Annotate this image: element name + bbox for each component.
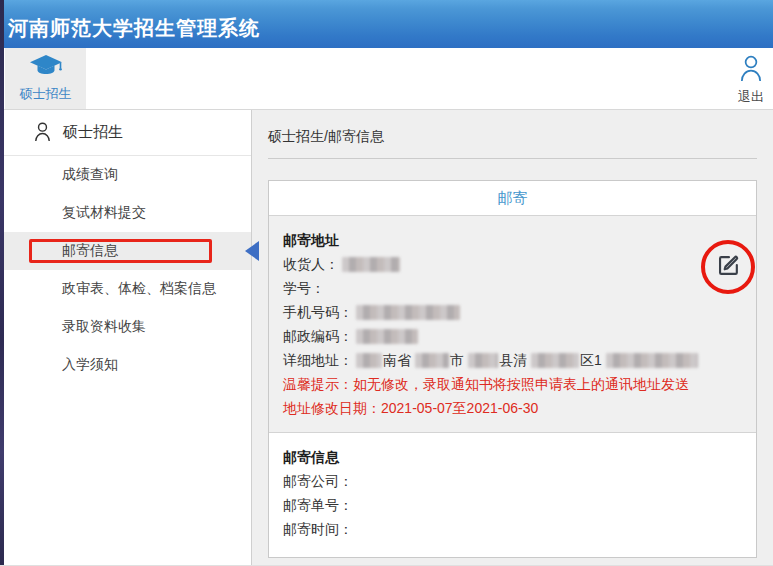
field-consignee: 收货人：	[283, 252, 742, 276]
field-label: 收货人：	[283, 256, 339, 272]
address-fragment: 区1	[580, 352, 602, 368]
field-label: 邮寄时间：	[283, 521, 353, 537]
module-tab-label: 硕士招生	[20, 85, 72, 103]
sidebar-header-label: 硕士招生	[63, 123, 123, 142]
redacted-value	[342, 257, 400, 272]
field-student-id: 学号：	[283, 276, 742, 300]
mailing-address-section: 邮寄地址 收货人： 学号： 手机号码： 邮政编码： 详细地址：南省市县清区1	[269, 216, 756, 433]
module-tab-bar: 硕士招生 退出	[0, 48, 773, 110]
sidebar-item-label: 复试材料提交	[62, 204, 146, 222]
redacted-value	[531, 353, 579, 368]
person-icon	[33, 121, 52, 145]
mailing-card: 邮寄 邮寄地址 收货人： 学号： 手机号码： 邮政编码：	[268, 180, 757, 558]
address-fragment: 市	[450, 352, 464, 368]
redacted-value	[468, 353, 498, 368]
graduation-cap-icon	[28, 54, 64, 82]
field-postcode: 邮政编码：	[283, 324, 742, 348]
annotation-circle	[701, 240, 755, 294]
field-label: 邮寄公司：	[283, 473, 353, 489]
field-label: 详细地址：	[283, 352, 353, 368]
sidebar-item-admission-data-collection[interactable]: 录取资料收集	[0, 308, 251, 346]
app-window: 河南师范大学招生管理系统 硕士招生 退出	[0, 0, 773, 566]
module-tab-masters-admission[interactable]: 硕士招生	[5, 48, 86, 109]
annotation-rectangle	[29, 239, 212, 263]
redacted-value	[356, 353, 382, 368]
user-icon	[738, 54, 764, 86]
sidebar-item-mailing-info[interactable]: 邮寄信息	[0, 232, 251, 270]
sidebar-item-label: 入学须知	[62, 356, 118, 374]
breadcrumb: 硕士招生/邮寄信息	[268, 110, 757, 146]
sidebar-item-label: 邮寄信息	[62, 242, 118, 260]
redacted-value	[356, 305, 460, 320]
redacted-value	[606, 353, 698, 368]
address-fragment: 南省	[383, 352, 411, 368]
main-layout: 硕士招生 成绩查询 复试材料提交 邮寄信息 政审表、体检、档案信息	[0, 110, 773, 565]
field-mail-tracking-number: 邮寄单号：	[283, 493, 742, 517]
sidebar-item-score-query[interactable]: 成绩查询	[0, 156, 251, 194]
sidebar-item-retest-materials[interactable]: 复试材料提交	[0, 194, 251, 232]
field-label: 邮政编码：	[283, 328, 353, 344]
sidebar-item-enrollment-notice[interactable]: 入学须知	[0, 346, 251, 384]
section-title-mailing-address: 邮寄地址	[283, 228, 742, 252]
section-title-mailing-info: 邮寄信息	[283, 445, 742, 469]
address-fragment: 县清	[499, 352, 527, 368]
logout-button[interactable]: 退出	[734, 54, 768, 106]
address-edit-date-range: 地址修改日期：2021-05-07至2021-06-30	[283, 396, 742, 420]
mailing-info-section: 邮寄信息 邮寄公司： 邮寄单号： 邮寄时间：	[269, 433, 756, 557]
active-item-arrow-icon	[245, 241, 259, 261]
sidebar-menu: 成绩查询 复试材料提交 邮寄信息 政审表、体检、档案信息 录取资料收集 入学	[0, 156, 251, 384]
field-phone: 手机号码：	[283, 300, 742, 324]
sidebar-item-political-review-archive[interactable]: 政审表、体检、档案信息	[0, 270, 251, 308]
logout-label: 退出	[738, 88, 764, 106]
field-label: 手机号码：	[283, 304, 353, 320]
edit-icon[interactable]	[715, 252, 742, 283]
redacted-value	[356, 329, 418, 344]
field-label: 邮寄单号：	[283, 497, 353, 513]
field-mail-company: 邮寄公司：	[283, 469, 742, 493]
redacted-value	[415, 353, 449, 368]
field-label: 学号：	[283, 280, 325, 296]
field-detailed-address: 详细地址：南省市县清区1	[283, 348, 742, 372]
sidebar-header: 硕士招生	[0, 110, 251, 156]
tab-mailing[interactable]: 邮寄	[269, 181, 756, 216]
sidebar-item-label: 政审表、体检、档案信息	[62, 280, 216, 298]
sidebar-item-label: 成绩查询	[62, 166, 118, 184]
warning-text: 温馨提示：如无修改，录取通知书将按照申请表上的通讯地址发送	[283, 372, 742, 396]
breadcrumb-divider	[268, 158, 757, 159]
sidebar-item-label: 录取资料收集	[62, 318, 146, 336]
page-background-edge	[0, 0, 4, 565]
app-title: 河南师范大学招生管理系统	[8, 15, 260, 42]
sidebar: 硕士招生 成绩查询 复试材料提交 邮寄信息 政审表、体检、档案信息	[0, 110, 252, 565]
top-banner: 河南师范大学招生管理系统	[0, 0, 773, 48]
content-panel: 硕士招生/邮寄信息 邮寄 邮寄地址 收货人： 学号： 手机号码：	[252, 110, 773, 565]
field-mail-time: 邮寄时间：	[283, 517, 742, 541]
